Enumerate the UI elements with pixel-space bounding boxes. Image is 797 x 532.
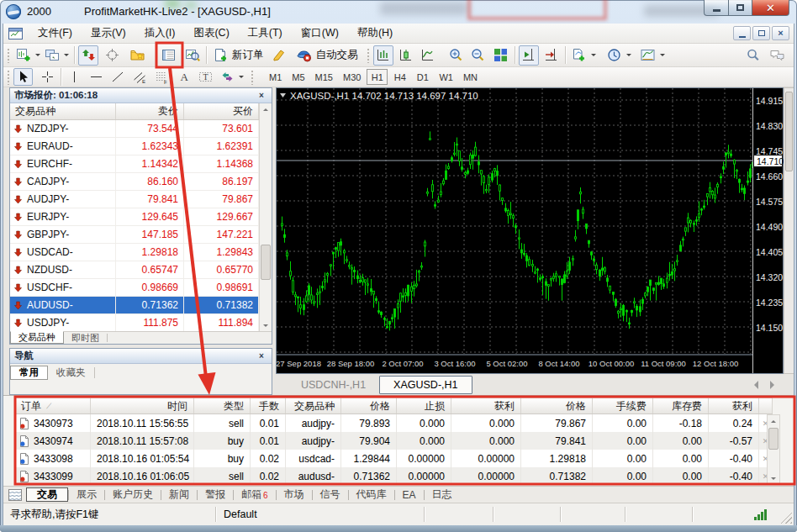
toolbar-grip[interactable] (367, 48, 371, 63)
navigator-close-icon[interactable]: × (256, 351, 267, 361)
terminal-tab-7[interactable]: 信号 (313, 487, 348, 502)
terminal-column-8[interactable]: 价格 (521, 398, 593, 413)
arrows-tool-button[interactable] (218, 68, 237, 86)
terminal-tab-3[interactable]: 新闻 (161, 487, 197, 502)
market-watch-row[interactable]: USDCHF-0.986690.98691 (10, 279, 259, 297)
chart-tab-xagusd[interactable]: XAGUSD-,H1 (379, 376, 472, 394)
terminal-scrollbar[interactable] (767, 414, 780, 485)
timeframe-d1[interactable]: D1 (412, 69, 433, 85)
periods-dropdown[interactable] (625, 46, 633, 65)
zoom-out-button[interactable] (468, 45, 488, 66)
toolbar-grip[interactable] (251, 70, 255, 85)
chart-tab-usdcnh[interactable]: USDCNH-,H1 (288, 377, 379, 393)
terminal-column-6[interactable]: 止损 (397, 398, 451, 413)
terminal-column-1[interactable]: 时间 (91, 398, 194, 413)
menu-item-3[interactable]: 图表(C) (184, 24, 238, 43)
autotrading-label[interactable]: 自动交易 (316, 48, 358, 62)
toolbar-grip[interactable] (7, 48, 11, 63)
candlestick-mode-button[interactable] (396, 45, 416, 66)
market-watch-row[interactable]: AUDUSD-0.713620.71382 (10, 297, 259, 314)
profiles-button[interactable] (42, 45, 62, 66)
terminal-column-3[interactable]: 手数 (251, 398, 286, 413)
market-watch-close-icon[interactable]: × (256, 91, 267, 100)
scroll-up-icon[interactable] (260, 103, 272, 115)
timeframe-m15[interactable]: M15 (311, 69, 337, 85)
scroll-thumb[interactable] (768, 428, 779, 450)
tab-favorites[interactable]: 收藏夹 (48, 366, 94, 380)
minimize-button[interactable] (704, 0, 728, 16)
timeframe-m5[interactable]: M5 (288, 69, 309, 85)
terminal-column-5[interactable]: 价格 (341, 398, 397, 413)
market-watch-row[interactable]: USDCAD-1.298181.29843 (10, 244, 259, 261)
terminal-tab-4[interactable]: 警报 (198, 487, 233, 502)
horizontal-line-tool-button[interactable] (87, 68, 106, 86)
child-minimize-button[interactable] (733, 26, 751, 40)
maximize-button[interactable] (728, 0, 752, 16)
scroll-thumb[interactable] (261, 245, 271, 280)
market-watch-row[interactable]: CADJPY-86.16086.197 (10, 173, 259, 191)
navigator-toggle-button[interactable] (127, 45, 147, 66)
child-close-button[interactable]: × (772, 26, 789, 40)
terminal-toggle-button[interactable] (158, 45, 178, 66)
cursor-tool-button[interactable] (13, 68, 33, 86)
periods-button[interactable] (604, 45, 625, 66)
templates-dropdown[interactable] (658, 46, 667, 65)
terminal-tab-5[interactable]: 邮箱6 (234, 487, 276, 502)
tile-windows-button[interactable] (491, 45, 511, 66)
terminal-tab-0[interactable]: 交易 (26, 487, 68, 502)
menu-item-6[interactable]: 帮助(H) (348, 24, 402, 43)
menu-item-5[interactable]: 窗口(W) (292, 24, 348, 43)
market-watch-row[interactable]: NZDJPY-73.54473.601 (10, 120, 259, 138)
menu-item-4[interactable]: 工具(T) (239, 24, 292, 43)
strategy-tester-button[interactable] (182, 45, 203, 66)
scroll-up-icon[interactable] (768, 415, 779, 427)
fibonacci-tool-button[interactable]: F (152, 68, 172, 86)
channel-tool-button[interactable]: E (130, 68, 150, 86)
terminal-column-10[interactable]: 库存费 (653, 398, 709, 413)
market-watch-row[interactable]: AUDJPY-79.84179.867 (10, 191, 259, 208)
terminal-column-4[interactable]: 交易品种 (286, 398, 341, 413)
autotrading-icon[interactable] (294, 45, 314, 66)
search-icon[interactable] (742, 45, 763, 66)
metaeditor-button[interactable] (269, 45, 289, 66)
zoom-in-button[interactable] (446, 45, 467, 66)
bar-chart-mode-button[interactable] (373, 45, 393, 66)
market-watch-row[interactable]: NZDUSD-0.657470.65770 (10, 261, 259, 279)
timeframe-m30[interactable]: M30 (339, 69, 365, 85)
vertical-line-tool-button[interactable] (65, 68, 84, 86)
new-order-label[interactable]: 新订单 (232, 48, 264, 62)
new-order-button[interactable] (210, 45, 230, 66)
market-watch-toggle-button[interactable] (78, 45, 98, 66)
toolbar-grip[interactable] (7, 70, 11, 85)
tab-tick-chart[interactable]: 即时图 (64, 332, 107, 344)
market-watch-row[interactable]: GBPJPY-147.185147.221 (10, 226, 259, 244)
trendline-tool-button[interactable] (108, 68, 128, 86)
close-button[interactable]: ✕ (752, 0, 789, 16)
terminal-column-11[interactable]: 获利 (709, 398, 759, 413)
terminal-tab-2[interactable]: 账户历史 (105, 487, 161, 502)
order-row[interactable]: 34309732018.10.11 15:56:55sell0.01audjpy… (15, 414, 773, 432)
tab-symbols[interactable]: 交易品种 (10, 331, 64, 344)
market-watch-row[interactable]: EURCHF-1.143421.14368 (10, 155, 259, 173)
timeframe-m1[interactable]: M1 (265, 69, 286, 85)
column-bid[interactable]: 卖价 (116, 103, 184, 119)
terminal-tab-8[interactable]: 代码库 (349, 487, 394, 502)
column-symbol[interactable]: 交易品种 (10, 103, 116, 119)
data-window-button[interactable] (102, 45, 122, 66)
tab-scroll-right-icon[interactable] (770, 381, 779, 389)
indicators-dropdown[interactable] (589, 46, 598, 65)
templates-button[interactable] (638, 45, 658, 66)
chart-window[interactable]: 27 Sep 201828 Sep 18:002 Oct 07:003 Oct … (276, 87, 784, 374)
menu-item-0[interactable]: 文件(F) (29, 24, 82, 43)
market-watch-row[interactable]: EURJPY-129.645129.667 (10, 208, 259, 226)
crosshair-tool-button[interactable] (38, 68, 57, 86)
terminal-tab-1[interactable]: 展示 (69, 487, 104, 502)
candlestick-chart[interactable]: 27 Sep 201828 Sep 18:002 Oct 07:003 Oct … (277, 88, 752, 373)
timeframe-mn[interactable]: MN (459, 69, 482, 85)
terminal-column-2[interactable]: 类型 (194, 398, 251, 413)
new-chart-dropdown[interactable] (34, 46, 42, 65)
chat-icon[interactable] (767, 45, 787, 66)
scroll-down-icon[interactable] (260, 319, 272, 331)
tab-scroll-left-icon[interactable] (750, 381, 758, 389)
chart-vertical-scrollbar[interactable] (784, 87, 794, 374)
